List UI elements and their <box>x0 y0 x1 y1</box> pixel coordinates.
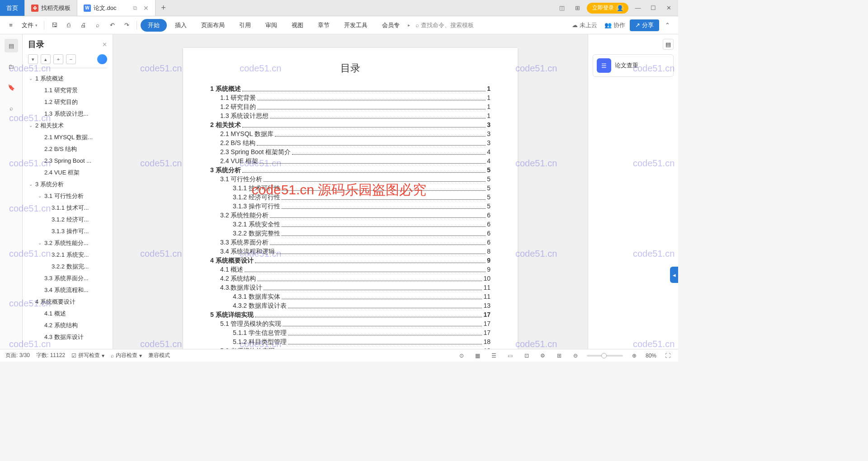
outline-item[interactable]: 1.3 系统设计思... <box>26 108 109 120</box>
compat-mode[interactable]: 兼容模式 <box>148 352 170 359</box>
toc-row[interactable]: 2.4 VUE 框架4 <box>210 156 491 165</box>
menu-ref[interactable]: 引用 <box>233 19 257 31</box>
toc-row[interactable]: 4.3.数据库设计11 <box>210 283 491 292</box>
menu-layout[interactable]: 页面布局 <box>195 19 231 31</box>
outline-item[interactable]: 3.2.1 系统安... <box>26 249 109 261</box>
toc-row[interactable]: 1.1 研究背景1 <box>210 93 491 102</box>
menu-chapter[interactable]: 章节 <box>311 19 336 31</box>
toc-row[interactable]: 2.1 MYSQL 数据库3 <box>210 129 491 138</box>
tab-templates[interactable]: ❖ 找稻壳模板 <box>25 0 77 16</box>
maximize-icon[interactable]: ☐ <box>647 2 659 14</box>
toc-row[interactable]: 4.3.2 数据库设计表13 <box>210 301 491 310</box>
outline-item[interactable]: ⌄2 相关技术 <box>26 120 109 132</box>
bookmark-rail-icon[interactable]: 🔖 <box>5 80 18 94</box>
toc-row[interactable]: 3.4 系统流程和逻辑8 <box>210 247 491 256</box>
outline-item[interactable]: 2.4 VUE 框架 <box>26 167 109 179</box>
outline-item[interactable]: ⌄4 系统概要设计 <box>26 296 109 308</box>
toc-row[interactable]: 1.2 研究目的1 <box>210 102 491 111</box>
toc-row[interactable]: 2 相关技术3 <box>210 120 491 129</box>
menu-vip[interactable]: 会员专 <box>376 19 406 31</box>
print-preview-icon[interactable]: ⎙ <box>62 19 75 32</box>
side-tab-icon[interactable]: ◂ <box>670 267 678 283</box>
outline-item[interactable]: 3.3 系统界面分... <box>26 273 109 284</box>
collab-button[interactable]: 👥 协作 <box>602 21 628 29</box>
file-menu[interactable]: 文件▾ <box>19 21 40 29</box>
close-icon[interactable]: ✕ <box>143 5 149 12</box>
menu-view[interactable]: 视图 <box>285 19 310 31</box>
outline-close-icon[interactable]: ✕ <box>102 41 107 48</box>
outline-item[interactable]: 2.2 B/S 结构 <box>26 143 109 155</box>
command-search[interactable]: ⌕ 查找命令、搜索模板 <box>412 21 477 29</box>
view-page-icon[interactable]: ▦ <box>473 351 483 361</box>
undo-icon[interactable]: ↶ <box>106 19 118 32</box>
toc-row[interactable]: 3.2.1 系统安全性6 <box>210 220 491 229</box>
chevron-up-icon[interactable]: ⌃ <box>661 19 674 32</box>
outline-item[interactable]: 4.1 概述 <box>26 308 109 320</box>
outline-item[interactable]: 2.1 MYSQL 数据... <box>26 132 109 143</box>
toc-row[interactable]: 5.1.1 学生信息管理17 <box>210 328 491 337</box>
document-canvas[interactable]: 目录 1 系统概述11.1 研究背景11.2 研究目的11.3 系统设计思想12… <box>113 34 588 349</box>
remove-icon[interactable]: − <box>66 54 76 64</box>
expand-all-icon[interactable]: ▴ <box>41 54 51 64</box>
fullscreen-icon[interactable]: ⛶ <box>663 351 673 361</box>
menu-insert[interactable]: 插入 <box>169 19 193 31</box>
layout-icon[interactable]: ◫ <box>556 2 568 14</box>
zoom-value[interactable]: 80% <box>646 353 656 359</box>
outline-item[interactable]: 2.3 Spring Boot ... <box>26 155 109 167</box>
redo-icon[interactable]: ↷ <box>120 19 133 32</box>
settings-icon[interactable]: ⚙ <box>538 351 548 361</box>
outline-item[interactable]: 1.1 研究背景 <box>26 85 109 96</box>
outline-rail-icon[interactable]: ▤ <box>5 39 18 52</box>
spell-check[interactable]: ☑ 拼写检查 ▾ <box>71 352 104 359</box>
toc-row[interactable]: 2.3 Spring Boot 框架简介4 <box>210 147 491 156</box>
tab-home[interactable]: 首页 <box>0 0 25 16</box>
toc-row[interactable]: 3.1.2 经济可行性5 <box>210 193 491 202</box>
add-icon[interactable]: + <box>53 54 63 64</box>
plagiarism-check-button[interactable]: ☰ 论文查重 <box>593 54 674 77</box>
minimize-icon[interactable]: — <box>632 2 644 14</box>
toc-row[interactable]: 3.3 系统界面分析6 <box>210 238 491 247</box>
menu-icon[interactable]: ≡ <box>5 19 17 32</box>
search-rail-icon[interactable]: ⌕ <box>5 101 18 115</box>
new-tab-button[interactable]: + <box>156 0 172 16</box>
outline-item[interactable]: 4.2 系统结构 <box>26 320 109 331</box>
share-button[interactable]: ↗ 分享 <box>630 19 659 31</box>
collapse-panel-icon[interactable]: ▤ <box>663 39 674 50</box>
zoom-slider[interactable] <box>587 355 623 357</box>
toc-row[interactable]: 3.2 系统性能分析6 <box>210 211 491 220</box>
outline-item[interactable]: ⌄3 系统分析 <box>26 179 109 190</box>
zoom-out-icon[interactable]: ⊖ <box>571 351 580 361</box>
toc-row[interactable]: 3.1.1 技术可行性5 <box>210 183 491 193</box>
outline-item[interactable]: ⌄3.2 系统性能分... <box>26 237 109 249</box>
cursor-icon[interactable]: ⊙ <box>457 351 467 361</box>
login-button[interactable]: 立即登录 👤 <box>587 3 628 14</box>
zoom-in-icon[interactable]: ⊕ <box>629 351 639 361</box>
toc-row[interactable]: 5 系统详细实现17 <box>210 310 491 319</box>
outline-item[interactable]: 3.4 系统流程和... <box>26 284 109 296</box>
outline-item[interactable]: 3.1.2 经济可... <box>26 214 109 226</box>
ai-icon[interactable] <box>97 54 107 64</box>
cloud-status[interactable]: ☁ 未上云 <box>569 21 600 29</box>
close-window-icon[interactable]: ✕ <box>663 2 675 14</box>
menu-start[interactable]: 开始 <box>141 19 167 32</box>
toc-row[interactable]: 3.1.3 操作可行性5 <box>210 202 491 211</box>
outline-item[interactable]: ⌄3.1 可行性分析 <box>26 190 109 202</box>
outline-item[interactable]: ⌄1 系统概述 <box>26 73 109 85</box>
outline-item[interactable]: 3.2.2 数据完... <box>26 261 109 273</box>
toc-row[interactable]: 4.1 概述9 <box>210 265 491 274</box>
popout-icon[interactable]: ⧉ <box>133 5 137 12</box>
outline-item[interactable]: 3.1.1 技术可... <box>26 202 109 214</box>
view-read-icon[interactable]: ⊡ <box>522 351 532 361</box>
files-rail-icon[interactable]: 🗀 <box>5 60 18 73</box>
toc-row[interactable]: 3.2.2 数据完整性6 <box>210 229 491 238</box>
save-icon[interactable]: 🖫 <box>48 19 61 32</box>
toc-row[interactable]: 4.3.1 数据库实体11 <box>210 292 491 301</box>
toc-row[interactable]: 3 系统分析5 <box>210 165 491 174</box>
outline-item[interactable]: 4.3 数据库设计 <box>26 331 109 343</box>
view-web-icon[interactable]: ☰ <box>489 351 499 361</box>
grid-icon[interactable]: ⊞ <box>554 351 564 361</box>
toc-row[interactable]: 1 系统概述1 <box>210 84 491 93</box>
toc-row[interactable]: 5.1 管理员模块的实现17 <box>210 319 491 328</box>
toc-row[interactable]: 5.2 老师模块的实现18 <box>210 346 491 349</box>
collapse-all-icon[interactable]: ▾ <box>28 54 38 64</box>
